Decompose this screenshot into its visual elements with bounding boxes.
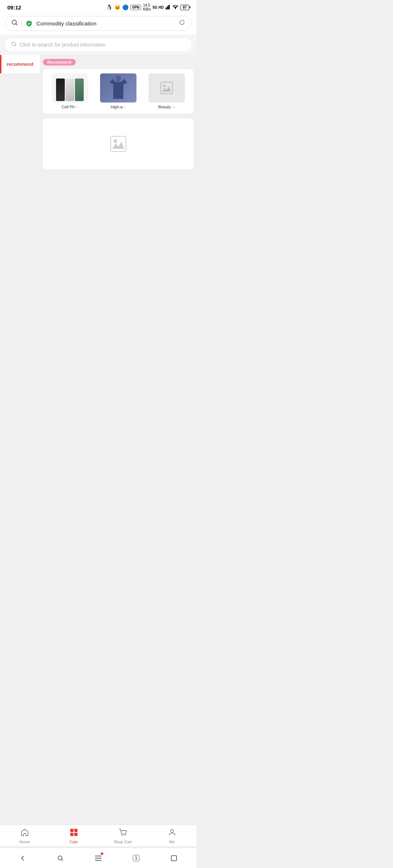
status-bar: 09:12 🐧 🐱 🔵 VPN 14.5KB/s 5G HD 97 [0,0,196,13]
shirt-label: High-q··· [111,105,126,109]
svg-rect-1 [167,7,168,9]
shield-icon [25,20,33,27]
search-icon [11,41,17,48]
cat-icon: 🐱 [114,4,120,10]
signal-icon [166,4,171,10]
app-icon: 🔵 [122,4,128,10]
address-divider [21,20,22,27]
svg-point-4 [175,8,176,9]
phones-label: Cell Ph··· [61,105,78,109]
recommend-badge: Recommend [43,59,76,65]
svg-rect-3 [169,5,170,9]
sidebar-item-recommend[interactable]: recommend [0,55,40,73]
sidebar: recommend [0,55,40,382]
search-bar[interactable]: Click to search for product information [5,38,191,51]
svg-point-10 [163,84,166,87]
network-speed: 14.5KB/s [143,3,151,11]
empty-placeholder-icon [107,133,129,155]
page-title: Commodity classification [36,20,175,27]
address-bar-inner[interactable]: Commodity classification [5,16,191,31]
svg-rect-0 [166,8,167,9]
svg-point-12 [114,139,117,143]
svg-line-6 [16,24,17,25]
address-search-icon [11,19,18,28]
status-icons: 🐧 🐱 🔵 VPN 14.5KB/s 5G HD 97 [106,3,189,11]
empty-card [43,118,194,169]
phone-1 [56,79,65,101]
phone-3 [75,79,84,101]
svg-line-8 [15,45,16,46]
battery-level: 97 [180,5,189,10]
main-content: recommend Recommend Cell [0,55,196,382]
shirt-image [100,73,136,103]
product-item-phones[interactable]: Cell Ph··· [47,73,92,109]
beauty-label: Beauty ··· [158,105,175,109]
address-bar: Commodity classification [0,13,196,35]
phone-2 [66,79,74,101]
product-grid: Cell Ph··· High- [47,73,189,109]
phones-image [52,73,88,103]
recommend-badge-wrap: Recommend [43,59,194,65]
refresh-icon[interactable] [179,19,185,28]
right-panel: Recommend Cell Ph··· [40,55,196,382]
svg-rect-9 [161,82,172,94]
product-item-shirt[interactable]: High-q··· [96,73,140,109]
svg-rect-2 [168,5,169,9]
product-card: Cell Ph··· High- [43,69,194,113]
network-type: 5G HD [152,5,164,9]
search-placeholder: Click to search for product information [20,42,106,48]
beauty-image [148,73,185,103]
beauty-placeholder [148,73,185,103]
status-time: 09:12 [7,4,21,11]
search-bar-section: Click to search for product information [0,35,196,55]
qq-icon: 🐧 [106,4,112,10]
wifi-icon [172,5,178,10]
product-item-beauty[interactable]: Beauty ··· [144,73,189,109]
svg-rect-11 [111,136,126,152]
vpn-badge: VPN [130,5,142,10]
